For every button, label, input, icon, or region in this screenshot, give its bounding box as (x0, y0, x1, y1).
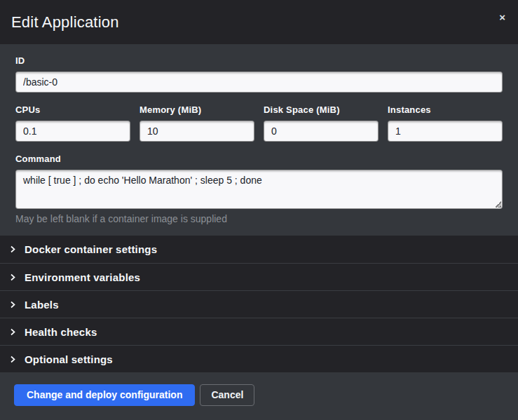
modal-body: ID CPUs Memory (MiB) Disk Space (MiB) In… (0, 44, 518, 236)
section-health-checks[interactable]: Health checks (0, 318, 518, 345)
section-label: Optional settings (25, 353, 113, 365)
id-input[interactable] (15, 72, 503, 93)
edit-application-modal: Edit Application × ID CPUs Memory (MiB) … (0, 0, 518, 420)
modal-header: Edit Application × (0, 0, 518, 44)
modal-title: Edit Application (11, 13, 119, 32)
cpus-field-group: CPUs (15, 104, 130, 142)
chevron-right-icon (9, 355, 16, 363)
disk-field-group: Disk Space (MiB) (264, 104, 379, 142)
command-label: Command (15, 154, 503, 165)
instances-field-group: Instances (388, 104, 503, 142)
chevron-right-icon (9, 273, 16, 281)
memory-input[interactable] (139, 121, 254, 142)
section-label: Labels (25, 299, 59, 311)
close-icon[interactable]: × (498, 9, 507, 25)
chevron-right-icon (9, 301, 16, 309)
collapsible-sections: Docker container settings Environment va… (0, 236, 518, 372)
instances-input[interactable] (388, 121, 503, 142)
command-textarea-wrap: while [ true ] ; do echo 'Hello Marathon… (15, 170, 503, 209)
section-label: Health checks (25, 326, 97, 338)
cpus-input[interactable] (15, 121, 130, 142)
id-label: ID (15, 55, 503, 67)
command-help-text: May be left blank if a container image i… (15, 213, 503, 224)
section-optional-settings[interactable]: Optional settings (0, 345, 518, 372)
modal-footer: Change and deploy configuration Cancel (0, 372, 518, 420)
cpus-label: CPUs (15, 104, 130, 116)
disk-label: Disk Space (MiB) (264, 104, 379, 116)
resources-row: CPUs Memory (MiB) Disk Space (MiB) Insta… (15, 104, 503, 142)
id-field-group: ID (15, 55, 503, 93)
chevron-right-icon (9, 245, 16, 253)
section-environment-variables[interactable]: Environment variables (0, 263, 518, 290)
command-field-group: Command while [ true ] ; do echo 'Hello … (15, 154, 503, 224)
section-docker-container-settings[interactable]: Docker container settings (0, 236, 518, 263)
chevron-right-icon (9, 328, 16, 336)
change-and-deploy-button[interactable]: Change and deploy configuration (14, 384, 195, 406)
memory-field-group: Memory (MiB) (139, 104, 254, 142)
disk-input[interactable] (264, 121, 379, 142)
section-label: Docker container settings (25, 243, 157, 255)
command-input[interactable]: while [ true ] ; do echo 'Hello Marathon… (15, 170, 503, 209)
memory-label: Memory (MiB) (139, 104, 254, 116)
section-label: Environment variables (25, 271, 140, 283)
section-labels[interactable]: Labels (0, 290, 518, 318)
cancel-button[interactable]: Cancel (200, 384, 254, 406)
instances-label: Instances (388, 104, 503, 116)
